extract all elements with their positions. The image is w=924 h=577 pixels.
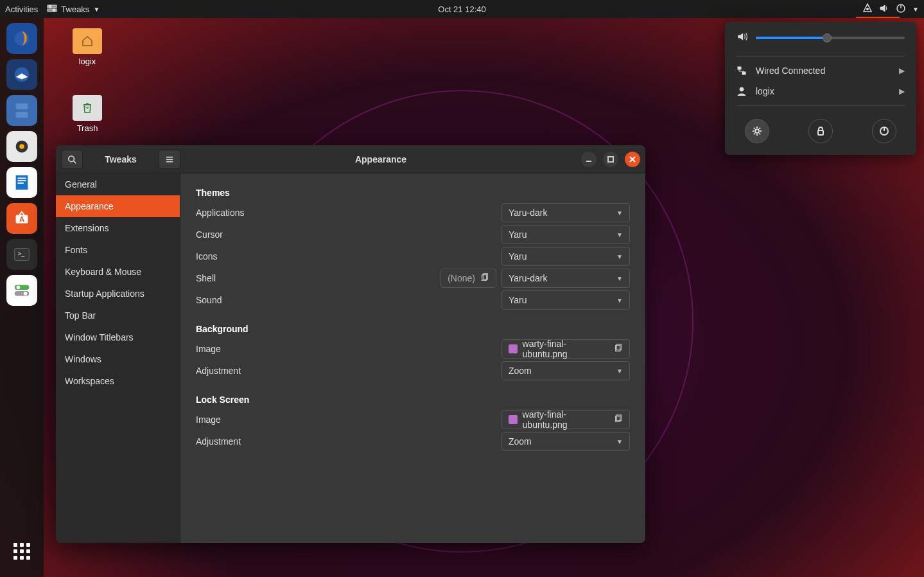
desktop-icon-label: logix bbox=[62, 57, 113, 66]
window-maximize-button[interactable] bbox=[603, 152, 618, 167]
volume-slider[interactable] bbox=[756, 37, 905, 39]
shell-theme-file-button[interactable]: (None) bbox=[440, 269, 496, 288]
window-minimize-button[interactable] bbox=[581, 152, 597, 167]
tweaks-sidebar: GeneralAppearanceExtensionsFontsKeyboard… bbox=[56, 173, 180, 543]
lockscreen-adjustment-label: Adjustment bbox=[196, 436, 501, 447]
sound-theme-combo[interactable]: Yaru▼ bbox=[501, 290, 630, 310]
chevron-down-icon: ▼ bbox=[616, 438, 623, 445]
separator bbox=[737, 105, 905, 106]
clock[interactable]: Oct 21 12:40 bbox=[438, 4, 485, 14]
sidebar-item-window-titlebars[interactable]: Window Titlebars bbox=[56, 326, 180, 348]
sidebar-item-general[interactable]: General bbox=[56, 173, 180, 195]
chevron-down-icon: ▼ bbox=[616, 297, 623, 304]
lock-button[interactable] bbox=[808, 119, 833, 143]
background-adjustment-combo[interactable]: Zoom▼ bbox=[501, 361, 630, 380]
image-file-icon bbox=[509, 344, 518, 353]
combo-value: Yaru bbox=[509, 295, 527, 305]
document-icon bbox=[614, 414, 623, 425]
sidebar-item-extensions[interactable]: Extensions bbox=[56, 217, 180, 239]
svg-line-33 bbox=[74, 161, 76, 163]
svg-point-22 bbox=[17, 286, 21, 290]
svg-text:>_: >_ bbox=[17, 251, 24, 257]
background-image-button[interactable]: warty-final-ubuntu.png bbox=[501, 339, 630, 359]
svg-point-28 bbox=[755, 129, 759, 133]
chevron-down-icon[interactable]: ▼ bbox=[912, 6, 919, 13]
sidebar-item-workspaces[interactable]: Workspaces bbox=[56, 370, 180, 392]
volume-icon[interactable] bbox=[879, 3, 889, 15]
applications-label: Applications bbox=[196, 208, 501, 218]
svg-point-7 bbox=[15, 31, 30, 46]
combo-value: Yaru bbox=[509, 229, 527, 240]
icons-theme-combo[interactable]: Yaru▼ bbox=[501, 247, 630, 266]
svg-point-27 bbox=[740, 87, 744, 91]
svg-point-2 bbox=[49, 5, 51, 8]
document-icon bbox=[614, 344, 623, 355]
chevron-down-icon: ▼ bbox=[616, 231, 623, 238]
dock-terminal[interactable]: >_ bbox=[6, 239, 37, 270]
chevron-down-icon: ▼ bbox=[616, 368, 623, 375]
chevron-right-icon: ▶ bbox=[899, 87, 905, 96]
chevron-right-icon: ▶ bbox=[899, 66, 905, 75]
desktop-home-folder[interactable]: logix bbox=[62, 28, 113, 66]
power-button[interactable] bbox=[872, 119, 896, 143]
lockscreen-adjustment-combo[interactable]: Zoom▼ bbox=[501, 432, 630, 451]
app-menu[interactable]: Tweaks ▼ bbox=[47, 3, 100, 15]
network-icon[interactable] bbox=[862, 3, 873, 15]
window-app-title: Tweaks bbox=[87, 154, 155, 164]
svg-point-24 bbox=[24, 292, 28, 296]
activities-button[interactable]: Activities bbox=[5, 4, 38, 14]
combo-value: Yaru-dark bbox=[509, 273, 547, 283]
desktop-trash[interactable]: Trash bbox=[62, 95, 113, 133]
desktop-icon-label: Trash bbox=[62, 123, 113, 133]
background-image-label: Image bbox=[196, 344, 501, 354]
combo-value: Zoom bbox=[509, 436, 532, 447]
power-icon[interactable] bbox=[896, 3, 906, 15]
svg-rect-25 bbox=[738, 67, 741, 69]
user-menu-item[interactable]: logix ▶ bbox=[725, 81, 916, 102]
chevron-down-icon: ▼ bbox=[93, 6, 100, 13]
svg-point-12 bbox=[19, 144, 24, 149]
icons-label: Icons bbox=[196, 251, 501, 262]
svg-rect-29 bbox=[818, 130, 823, 135]
dock-libreoffice-writer[interactable] bbox=[6, 167, 37, 198]
show-applications-button[interactable] bbox=[6, 536, 37, 567]
tweaks-app-icon bbox=[47, 3, 57, 15]
search-button[interactable] bbox=[61, 150, 83, 169]
window-titlebar[interactable]: Tweaks Appearance bbox=[56, 145, 645, 173]
dock-software[interactable]: A bbox=[6, 203, 37, 234]
svg-rect-26 bbox=[742, 72, 745, 75]
lockscreen-image-button[interactable]: warty-final-ubuntu.png bbox=[501, 410, 630, 429]
file-name: warty-final-ubuntu.png bbox=[523, 409, 609, 430]
svg-rect-16 bbox=[17, 182, 23, 184]
chevron-down-icon: ▼ bbox=[616, 275, 623, 282]
dock-firefox[interactable] bbox=[6, 23, 37, 54]
tweaks-content: Themes Applications Yaru-dark▼ Cursor Ya… bbox=[180, 173, 645, 543]
network-label: Wired Connected bbox=[756, 66, 890, 76]
dock-rhythmbox[interactable] bbox=[6, 131, 37, 162]
cursor-theme-combo[interactable]: Yaru▼ bbox=[501, 225, 630, 244]
sidebar-item-fonts[interactable]: Fonts bbox=[56, 239, 180, 261]
combo-value: Zoom bbox=[509, 366, 532, 376]
dock-tweaks[interactable] bbox=[6, 275, 37, 306]
sidebar-item-top-bar[interactable]: Top Bar bbox=[56, 305, 180, 326]
sidebar-item-keyboard-mouse[interactable]: Keyboard & Mouse bbox=[56, 261, 180, 283]
network-menu-item[interactable]: Wired Connected ▶ bbox=[725, 60, 916, 81]
sound-label: Sound bbox=[196, 295, 501, 305]
hamburger-menu-button[interactable] bbox=[159, 150, 180, 169]
applications-theme-combo[interactable]: Yaru-dark▼ bbox=[501, 203, 630, 222]
window-close-button[interactable] bbox=[625, 152, 640, 167]
svg-rect-10 bbox=[16, 112, 28, 118]
dock-files[interactable] bbox=[6, 95, 37, 126]
svg-text:A: A bbox=[19, 215, 24, 223]
sidebar-item-startup-applications[interactable]: Startup Applications bbox=[56, 283, 180, 305]
app-menu-label: Tweaks bbox=[61, 4, 89, 14]
dock: A >_ bbox=[0, 18, 44, 577]
image-file-icon bbox=[509, 415, 518, 424]
dock-thunderbird[interactable] bbox=[6, 59, 37, 90]
shell-theme-combo[interactable]: Yaru-dark▼ bbox=[501, 269, 630, 288]
chevron-down-icon: ▼ bbox=[616, 253, 623, 260]
cursor-label: Cursor bbox=[196, 229, 501, 240]
sidebar-item-windows[interactable]: Windows bbox=[56, 348, 180, 370]
sidebar-item-appearance[interactable]: Appearance bbox=[56, 195, 180, 217]
settings-button[interactable] bbox=[745, 119, 769, 143]
